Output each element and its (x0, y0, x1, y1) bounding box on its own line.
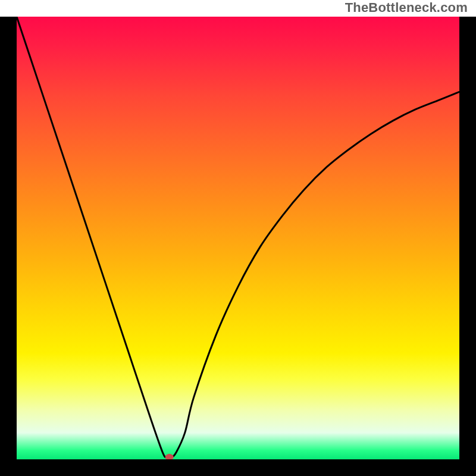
bottleneck-curve (17, 17, 459, 458)
minimum-marker (165, 454, 174, 459)
plot-area (17, 17, 459, 459)
curve-layer (17, 17, 459, 459)
attribution-label: TheBottleneck.com (344, 0, 469, 17)
chart-container: TheBottleneck.com (0, 0, 476, 476)
